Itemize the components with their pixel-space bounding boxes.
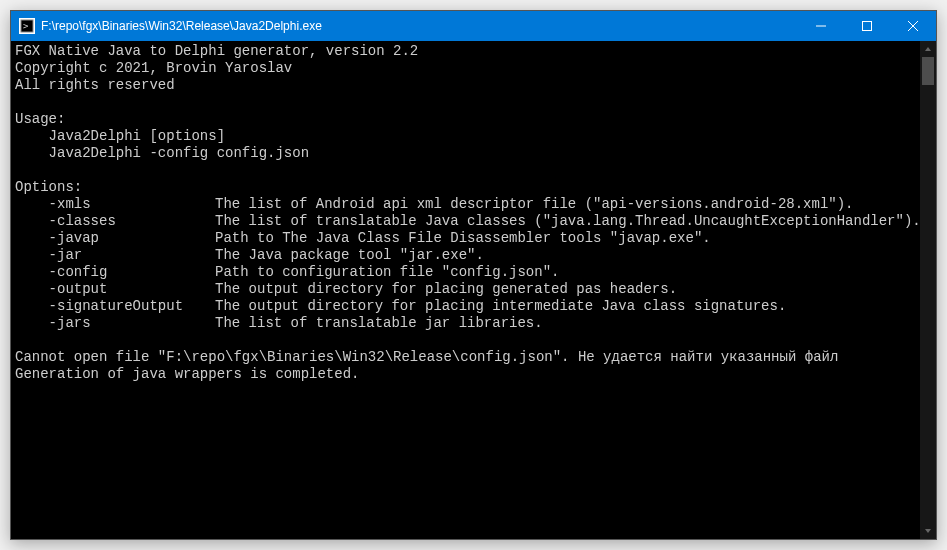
option-flag: -xmls <box>15 196 215 213</box>
minimize-icon <box>816 21 826 31</box>
completion-line: Generation of java wrappers is completed… <box>15 366 359 382</box>
option-flag: -jars <box>15 315 215 332</box>
usage-line-1: Java2Delphi [options] <box>15 128 225 144</box>
close-icon <box>908 21 918 31</box>
option-flag: -classes <box>15 213 215 230</box>
usage-line-2: Java2Delphi -config config.json <box>15 145 309 161</box>
option-flag: -output <box>15 281 215 298</box>
option-flag: -signatureOutput <box>15 298 215 315</box>
vertical-scrollbar[interactable] <box>920 41 936 539</box>
svg-text:>: > <box>23 21 29 31</box>
option-flag: -jar <box>15 247 215 264</box>
header-line-1: FGX Native Java to Delphi generator, ver… <box>15 43 418 59</box>
option-desc: Path to The Java Class File Disassembler… <box>215 230 711 246</box>
option-desc: The list of translatable jar libraries. <box>215 315 543 331</box>
window-controls <box>798 11 936 41</box>
svg-rect-3 <box>863 22 872 31</box>
console-body: FGX Native Java to Delphi generator, ver… <box>11 41 936 539</box>
option-desc: The list of Android api xml descriptor f… <box>215 196 854 212</box>
options-label: Options: <box>15 179 82 195</box>
option-desc: The list of translatable Java classes ("… <box>215 213 920 229</box>
chevron-up-icon <box>924 45 932 53</box>
option-desc: Path to configuration file "config.json"… <box>215 264 559 280</box>
header-line-2: Copyright c 2021, Brovin Yaroslav <box>15 60 292 76</box>
window-title: F:\repo\fgx\Binaries\Win32\Release\Java2… <box>41 19 798 33</box>
scrollbar-thumb[interactable] <box>922 57 934 85</box>
titlebar[interactable]: > F:\repo\fgx\Binaries\Win32\Release\Jav… <box>11 11 936 41</box>
svg-marker-6 <box>925 47 931 51</box>
header-line-3: All rights reserved <box>15 77 175 93</box>
scrollbar-down-button[interactable] <box>920 523 936 539</box>
chevron-down-icon <box>924 527 932 535</box>
scrollbar-up-button[interactable] <box>920 41 936 57</box>
maximize-button[interactable] <box>844 11 890 41</box>
maximize-icon <box>862 21 872 31</box>
close-button[interactable] <box>890 11 936 41</box>
option-desc: The output directory for placing generat… <box>215 281 677 297</box>
console-output[interactable]: FGX Native Java to Delphi generator, ver… <box>11 41 920 539</box>
option-flag: -config <box>15 264 215 281</box>
console-window: > F:\repo\fgx\Binaries\Win32\Release\Jav… <box>10 10 937 540</box>
option-desc: The Java package tool "jar.exe". <box>215 247 484 263</box>
app-icon: > <box>19 18 35 34</box>
option-flag: -javap <box>15 230 215 247</box>
svg-marker-7 <box>925 529 931 533</box>
error-line: Cannot open file "F:\repo\fgx\Binaries\W… <box>15 349 838 365</box>
minimize-button[interactable] <box>798 11 844 41</box>
option-desc: The output directory for placing interme… <box>215 298 786 314</box>
usage-label: Usage: <box>15 111 65 127</box>
